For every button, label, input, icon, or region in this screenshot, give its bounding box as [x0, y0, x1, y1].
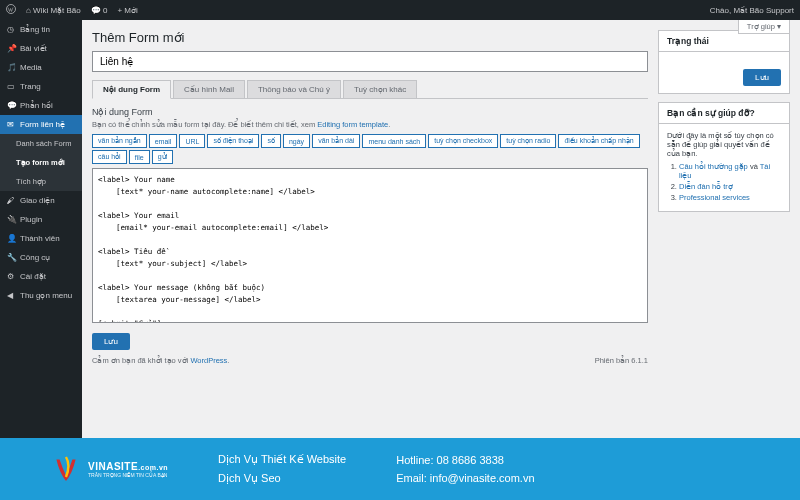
tag-date[interactable]: ngày [283, 134, 310, 148]
tag-email[interactable]: email [149, 134, 178, 148]
svg-point-0 [7, 5, 16, 14]
sidebar-sub-new-form[interactable]: Tạo form mới [0, 153, 82, 172]
gear-icon: ⚙ [7, 272, 16, 281]
tag-generator-buttons: văn bản ngắn email URL số điện thoại số … [92, 134, 648, 164]
user-icon: 👤 [7, 234, 16, 243]
admin-toolbar: ⌂ Wiki Mặt Bão 💬 0 + Mới Chào, Mất Bão S… [0, 0, 800, 20]
sidebar-collapse[interactable]: ◀Thu gọn menu [0, 286, 82, 305]
form-tabs: Nội dung Form Cấu hình Mail Thông báo và… [92, 80, 648, 99]
help-item-pro: Professional services [679, 193, 781, 202]
wordpress-link[interactable]: WordPress [190, 356, 227, 365]
footer-thanks: Cảm ơn bạn đã khởi tạo với WordPress. [92, 356, 229, 365]
home-icon: ⌂ [26, 6, 31, 15]
tag-acceptance[interactable]: điều khoản chấp nhận [558, 134, 639, 148]
tag-text[interactable]: văn bản ngắn [92, 134, 147, 148]
section-description: Bạn có thể chỉnh sửa mẫu form tại đây. Đ… [92, 120, 648, 129]
dashboard-icon: ◷ [7, 25, 16, 34]
help-tab[interactable]: Trợ giúp ▾ [738, 20, 790, 34]
wrench-icon: 🔧 [7, 253, 16, 262]
email-text: Email: info@vinasite.com.vn [396, 472, 534, 484]
pin-icon: 📌 [7, 44, 16, 53]
sidebar-item-appearance[interactable]: 🖌Giao diện [0, 191, 82, 210]
tag-select[interactable]: menu danh sách [362, 134, 426, 148]
save-button-bottom[interactable]: Lưu [92, 333, 130, 350]
sidebar-item-users[interactable]: 👤Thành viên [0, 229, 82, 248]
faq-link[interactable]: Câu hỏi thường gặp [679, 162, 748, 171]
page-title: Thêm Form mới [92, 30, 648, 45]
admin-sidebar: ◷Bảng tin 📌Bài viết 🎵Media ▭Trang 💬Phản … [0, 20, 82, 438]
help-box-title: Bạn cần sự giúp đỡ? [659, 103, 789, 124]
tag-tel[interactable]: số điện thoại [207, 134, 259, 148]
plugin-icon: 🔌 [7, 215, 16, 224]
tag-radio[interactable]: tuỳ chọn radio [500, 134, 556, 148]
template-doc-link[interactable]: Editing form template [317, 120, 388, 129]
site-name-link[interactable]: ⌂ Wiki Mặt Bão [26, 6, 81, 15]
brush-icon: 🖌 [7, 196, 16, 205]
sidebar-item-settings[interactable]: ⚙Cài đặt [0, 267, 82, 286]
tab-messages[interactable]: Thông báo và Chú ý [247, 80, 341, 98]
tag-quiz[interactable]: câu hỏi [92, 150, 127, 164]
help-desc: Dưới đây là một số tùy chọn có sẵn để gi… [667, 131, 781, 158]
comment-icon: 💬 [7, 101, 16, 110]
sidebar-item-comments[interactable]: 💬Phản hồi [0, 96, 82, 115]
sidebar-item-pages[interactable]: ▭Trang [0, 77, 82, 96]
sidebar-item-tools[interactable]: 🔧Công cụ [0, 248, 82, 267]
help-box: Bạn cần sự giúp đỡ? Dưới đây là một số t… [658, 102, 790, 212]
sidebar-item-dashboard[interactable]: ◷Bảng tin [0, 20, 82, 39]
collapse-icon: ◀ [7, 291, 16, 300]
tab-mail[interactable]: Cấu hình Mail [173, 80, 245, 98]
pro-services-link[interactable]: Professional services [679, 193, 750, 202]
account-menu[interactable]: Chào, Mất Bão Support [710, 6, 794, 15]
hotline-text: Hotline: 08 8686 3838 [396, 454, 534, 466]
service-seo: Dịch Vụ Seo [218, 472, 346, 485]
tag-checkbox[interactable]: tuỳ chọn checkbox [428, 134, 498, 148]
tab-additional[interactable]: Tuỳ chọn khác [343, 80, 417, 98]
sidebar-item-contact-form[interactable]: ✉Form liên hệ [0, 115, 82, 134]
sidebar-sub-form-list[interactable]: Danh sách Form [0, 134, 82, 153]
page-icon: ▭ [7, 82, 16, 91]
vinasite-logo: VINASITE.com.vn TRÂN TRỌNG NIỀM TIN CỦA … [50, 453, 168, 485]
comment-icon: 💬 [91, 6, 101, 15]
tag-textarea[interactable]: văn bản dài [312, 134, 360, 148]
help-item-forum: Diễn đàn hỗ trợ [679, 182, 781, 191]
tag-file[interactable]: file [129, 150, 150, 164]
status-box: Trạng thái Lưu [658, 30, 790, 94]
media-icon: 🎵 [7, 63, 16, 72]
sidebar-sub-integration[interactable]: Tích hợp [0, 172, 82, 191]
service-web-design: Dịch Vụ Thiết Kế Website [218, 453, 346, 466]
tag-submit[interactable]: gửi [152, 150, 173, 164]
brand-banner: VINASITE.com.vn TRÂN TRỌNG NIỀM TIN CỦA … [0, 438, 800, 500]
new-content-link[interactable]: + Mới [117, 6, 137, 15]
form-icon: ✉ [7, 120, 16, 129]
sidebar-item-plugins[interactable]: 🔌Plugin [0, 210, 82, 229]
tab-form-content[interactable]: Nội dung Form [92, 80, 171, 99]
form-content-textarea[interactable] [92, 168, 648, 323]
save-button-sidebar[interactable]: Lưu [743, 69, 781, 86]
section-heading: Nội dung Form [92, 107, 648, 117]
form-title-input[interactable] [92, 51, 648, 72]
forum-link[interactable]: Diễn đàn hỗ trợ [679, 182, 733, 191]
footer-version: Phiên bản 6.1.1 [595, 356, 648, 365]
tag-url[interactable]: URL [179, 134, 205, 148]
help-item-faq: Câu hỏi thường gặp và Tài liệu [679, 162, 781, 180]
tag-number[interactable]: số [261, 134, 281, 148]
sidebar-item-media[interactable]: 🎵Media [0, 58, 82, 77]
comments-link[interactable]: 💬 0 [91, 6, 108, 15]
logo-icon [50, 453, 82, 485]
sidebar-item-posts[interactable]: 📌Bài viết [0, 39, 82, 58]
wp-logo-icon[interactable] [6, 4, 16, 16]
status-box-title: Trạng thái [659, 31, 789, 52]
